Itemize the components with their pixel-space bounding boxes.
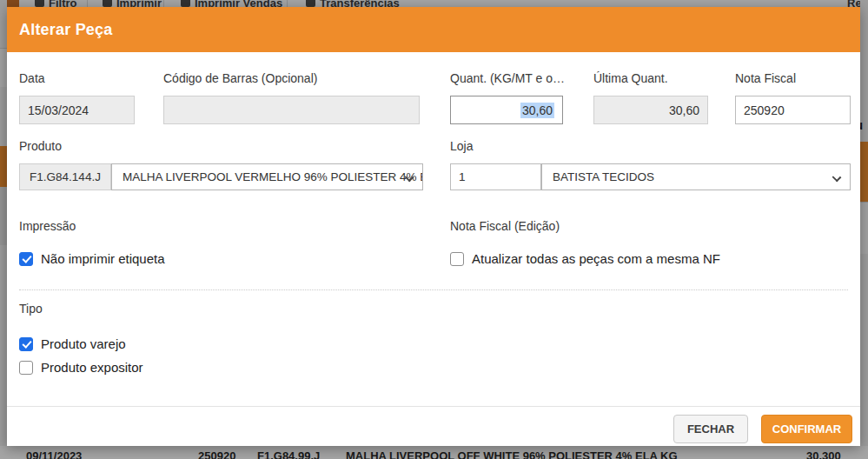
checkbox-label: Produto expositor [41, 360, 143, 375]
nota-fiscal-value: 250920 [744, 103, 785, 117]
loja-number-input[interactable]: 1 [450, 163, 541, 190]
checkbox-label: Atualizar todas as peças com a mesma NF [472, 251, 720, 266]
atualizar-pecas-nf-checkbox[interactable]: Atualizar todas as peças com a mesma NF [450, 251, 720, 266]
checkbox-icon[interactable] [19, 252, 33, 266]
nota-fiscal-edicao-section-label: Nota Fiscal (Edição) [450, 219, 560, 233]
produto-code-field: F1.G84.144.J [19, 163, 111, 190]
checkbox-icon[interactable] [450, 252, 464, 266]
data-field: 15/03/2024 [19, 96, 135, 124]
section-divider [19, 289, 848, 290]
produto-selected-option: MALHA LIVERPOOL VERMELHO 96% POLIESTER 4… [123, 170, 423, 183]
nota-fiscal-input[interactable]: 250920 [735, 96, 851, 124]
ultima-quant-value: 30,60 [669, 103, 699, 117]
produto-code-value: F1.G84.144.J [30, 170, 101, 183]
loja-number-value: 1 [459, 170, 466, 183]
checkbox-icon[interactable] [19, 337, 33, 351]
fechar-button[interactable]: FECHAR [673, 415, 748, 443]
nota-fiscal-label: Nota Fiscal [735, 71, 796, 85]
tipo-section-label: Tipo [19, 302, 43, 316]
impressao-section-label: Impressão [19, 219, 76, 233]
checkbox-icon[interactable] [19, 361, 33, 375]
codigo-barras-field [163, 96, 420, 124]
dialog-footer: FECHAR CONFIRMAR [7, 406, 860, 446]
quant-label: Quant. (KG/MT e o… [450, 71, 565, 85]
dialog-header: Alterar Peça [7, 7, 860, 52]
produto-expositor-checkbox[interactable]: Produto expositor [19, 360, 143, 375]
checkbox-label: Não imprimir etiqueta [41, 251, 165, 266]
checkbox-label: Produto varejo [41, 336, 126, 351]
produto-label: Produto [19, 139, 62, 153]
loja-select[interactable]: BATISTA TECIDOS [541, 163, 851, 190]
confirmar-button[interactable]: CONFIRMAR [761, 415, 852, 443]
quant-input[interactable]: 30,60 [450, 96, 563, 124]
codigo-barras-label: Código de Barras (Opcional) [163, 71, 317, 85]
alterar-peca-dialog: Alterar Peça Data Código de Barras (Opci… [7, 7, 860, 446]
dialog-title: Alterar Peça [19, 21, 112, 39]
ultima-quant-field: 30,60 [593, 96, 708, 124]
produto-varejo-checkbox[interactable]: Produto varejo [19, 336, 126, 351]
dialog-body: Data Código de Barras (Opcional) Quant. … [7, 52, 860, 406]
data-label: Data [19, 71, 45, 85]
ultima-quant-label: Última Quant. [593, 71, 668, 85]
chevron-down-icon [832, 173, 842, 183]
loja-label: Loja [450, 139, 473, 153]
screen: Filtro Imprimir Imprimir Vendas Transfer… [0, 0, 868, 459]
selected-text: 30,60 [520, 103, 554, 118]
produto-select[interactable]: MALHA LIVERPOOL VERMELHO 96% POLIESTER 4… [111, 163, 423, 190]
nao-imprimir-etiqueta-checkbox[interactable]: Não imprimir etiqueta [19, 251, 165, 266]
loja-selected-option: BATISTA TECIDOS [553, 170, 654, 183]
data-value: 15/03/2024 [28, 103, 89, 117]
